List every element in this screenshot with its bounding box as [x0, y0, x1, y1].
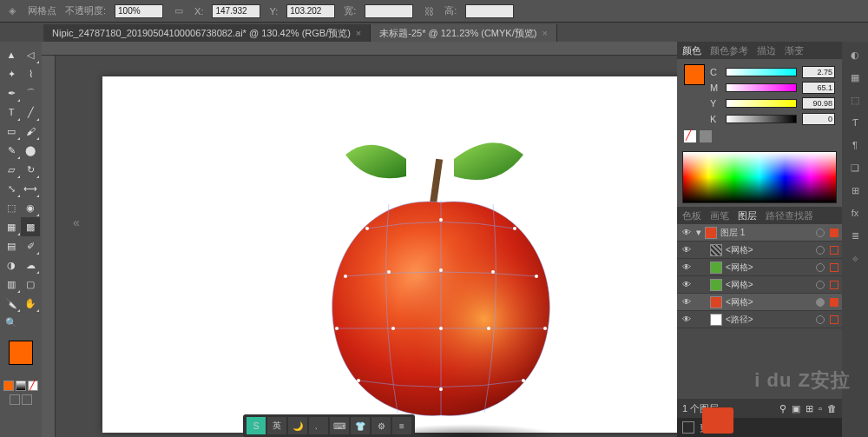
panel-icon[interactable]: ⟐ [847, 250, 863, 266]
line-tool[interactable]: ╱ [21, 103, 40, 122]
ime-lang[interactable]: 英 [267, 417, 286, 434]
y-input[interactable] [286, 4, 335, 18]
close-icon[interactable]: × [542, 28, 547, 38]
target-icon[interactable] [816, 246, 825, 255]
ime-logo-icon[interactable]: S [247, 417, 266, 434]
ime-skin-icon[interactable]: 👕 [351, 417, 370, 434]
ruler-vertical[interactable] [42, 56, 56, 437]
collapse-icon[interactable]: « [73, 215, 80, 229]
lasso-tool[interactable]: ⌇ [21, 64, 40, 83]
y-input[interactable] [802, 97, 835, 109]
visibility-icon[interactable]: 👁 [681, 262, 693, 274]
registration-swatch[interactable] [700, 130, 712, 142]
visibility-icon[interactable]: 👁 [681, 227, 693, 239]
tab-pathfinder[interactable]: 路径查找器 [766, 209, 813, 222]
tab-document-1[interactable]: Nipic_24787180_20190504100006738082.ai* … [43, 24, 371, 42]
curvature-tool[interactable]: ⌒ [21, 83, 40, 103]
panel-icon[interactable]: ⬚ [847, 92, 863, 108]
pen-tool[interactable]: ✒ [2, 83, 21, 103]
artboard[interactable] [102, 76, 677, 433]
w-input[interactable] [365, 4, 413, 18]
magic-wand-tool[interactable]: ✦ [2, 64, 21, 83]
color-swatch[interactable] [684, 64, 705, 85]
tab-layers[interactable]: 图层 [738, 209, 757, 222]
none-mode-icon[interactable]: ╱ [28, 381, 38, 391]
layer-item[interactable]: 👁<网格> [677, 294, 842, 311]
spectrum-picker[interactable] [682, 151, 837, 203]
k-input[interactable] [802, 113, 835, 125]
c-slider[interactable] [726, 68, 797, 76]
none-swatch[interactable]: ╱ [684, 130, 696, 142]
zoom-tool[interactable]: 🔍 [2, 313, 21, 332]
apple-artwork[interactable] [319, 133, 562, 428]
link-wh-icon[interactable]: ⛓ [422, 4, 436, 18]
graph-tool[interactable]: ▥ [2, 275, 21, 294]
tab-color-guide[interactable]: 颜色参考 [710, 44, 748, 57]
ime-settings-icon[interactable]: ⚙ [372, 417, 391, 434]
blend-tool[interactable]: ◑ [2, 255, 21, 275]
gradient-mode-icon[interactable] [16, 381, 26, 391]
panel-icon[interactable]: ⊞ [847, 182, 863, 198]
layer-item[interactable]: 👁<网格> [677, 259, 842, 276]
target-icon[interactable] [816, 228, 825, 237]
disclosure-icon[interactable]: ▾ [696, 227, 701, 238]
ime-keyboard-icon[interactable]: ⌨ [330, 417, 349, 434]
panel-icon[interactable]: Ƭ [847, 115, 863, 130]
ime-dot[interactable]: 、 [309, 417, 328, 434]
panel-icon[interactable]: ▦ [847, 70, 863, 85]
new-sublayer-icon[interactable]: ⊞ [806, 403, 813, 414]
layer-item[interactable]: 👁<网格> [677, 276, 842, 294]
ruler-horizontal[interactable] [42, 42, 677, 56]
visibility-icon[interactable]: 👁 [681, 296, 693, 308]
layer-item[interactable]: 👁<网格> [677, 242, 842, 259]
ime-menu-icon[interactable]: ≡ [392, 417, 411, 434]
panel-icon[interactable]: fx [847, 205, 863, 221]
scale-tool[interactable]: ⤡ [2, 179, 21, 198]
panel-icon[interactable]: ¶ [847, 137, 863, 153]
eyedropper-tool[interactable]: ✐ [21, 236, 40, 255]
rotate-tool[interactable]: ↻ [21, 160, 40, 179]
pencil-tool[interactable]: ✎ [2, 141, 21, 160]
mesh-tool[interactable]: ▩ [21, 217, 40, 236]
delete-layer-icon[interactable]: 🗑 [827, 403, 837, 414]
h-input[interactable] [465, 4, 514, 18]
paintbrush-tool[interactable]: 🖌 [21, 122, 40, 141]
close-icon[interactable]: × [356, 28, 361, 38]
direct-selection-tool[interactable]: ◁ [21, 45, 40, 64]
target-icon[interactable] [816, 298, 825, 307]
c-input[interactable] [802, 66, 835, 78]
clip-icon[interactable] [682, 421, 694, 434]
perspective-tool[interactable]: ▦ [2, 217, 21, 236]
shape-builder-tool[interactable]: ◉ [21, 198, 40, 217]
symbol-tool[interactable]: ☁ [21, 255, 40, 275]
visibility-icon[interactable]: 👁 [681, 314, 693, 326]
draw-mode-icon[interactable] [22, 394, 32, 405]
ime-punct-icon[interactable]: 🌙 [288, 417, 307, 434]
new-layer-icon[interactable]: ▫ [819, 403, 822, 414]
width-tool[interactable]: ⟷ [21, 179, 40, 198]
tab-brushes[interactable]: 画笔 [710, 209, 729, 222]
screen-mode-icon[interactable] [10, 394, 20, 405]
target-icon[interactable] [816, 263, 825, 272]
panel-icon[interactable]: ❏ [847, 160, 863, 175]
tab-stroke[interactable]: 描边 [757, 44, 776, 57]
y-slider[interactable] [726, 99, 797, 108]
type-tool[interactable]: T [2, 103, 21, 122]
artboard-tool[interactable]: ▢ [21, 275, 40, 294]
color-mode-icon[interactable] [3, 381, 14, 391]
canvas-area[interactable]: « [42, 42, 677, 437]
eraser-tool[interactable]: ▱ [2, 160, 21, 179]
tab-gradient[interactable]: 渐变 [785, 44, 804, 57]
panel-icon[interactable]: ≣ [847, 228, 863, 243]
panel-icon[interactable]: ◐ [847, 47, 863, 63]
fill-stroke-swatch[interactable]: ╱ [2, 337, 40, 407]
free-transform-tool[interactable]: ⬚ [2, 198, 21, 217]
x-input[interactable] [212, 4, 260, 18]
tab-document-2[interactable]: 未标题-25* @ 121.23% (CMYK/预览)× [371, 24, 557, 42]
layer-item[interactable]: 👁<路径> [677, 311, 842, 328]
selection-tool[interactable]: ▲ [2, 45, 21, 64]
fill-swatch[interactable] [9, 341, 33, 365]
visibility-icon[interactable]: 👁 [681, 279, 693, 291]
tab-color[interactable]: 颜色 [682, 44, 701, 57]
slice-tool[interactable]: 🔪 [2, 294, 21, 313]
